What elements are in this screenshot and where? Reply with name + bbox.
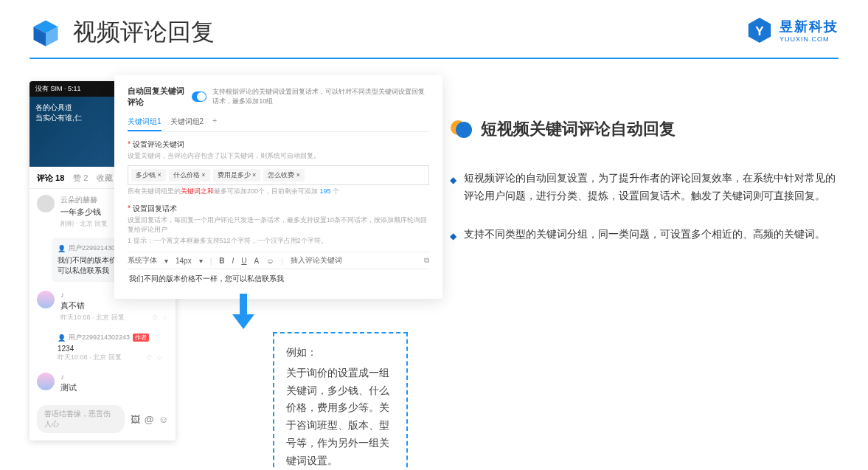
fav-tab[interactable]: 收藏: [97, 173, 113, 184]
keyword-tag[interactable]: 什么价格 ×: [169, 169, 210, 182]
bullet-text: 支持不同类型的关键词分组，同一类问题，可设置多个相近的、高频的关键词。: [464, 226, 825, 243]
comment-input[interactable]: 善语结善缘，恶言伤人心: [37, 405, 125, 433]
keyword-tag[interactable]: 费用是多少 ×: [213, 169, 261, 182]
reply-item: 👤用户2299214302243 作者 1234 昨天10:08 · 北京 回复…: [52, 331, 168, 364]
logo-name: 昱新科技: [780, 18, 839, 35]
author-badge: 作者: [133, 334, 149, 342]
avatar: [37, 195, 55, 212]
example-callout: 例如： 关于询价的设置成一组关键词，多少钱、什么价格，费用多少等。关于咨询班型、…: [273, 332, 408, 470]
avatar-icon: 👤: [58, 334, 66, 342]
reply-label: * 设置回复话术: [128, 204, 429, 214]
comments-tab[interactable]: 评论 18: [37, 173, 64, 184]
comment-text: 真不错: [60, 300, 168, 311]
svg-text:Y: Y: [755, 24, 764, 38]
svg-point-3: [456, 122, 472, 138]
avatar: [37, 373, 55, 390]
like-icon[interactable]: ♡: [146, 354, 152, 362]
editor-toolbar: 系统字体▾ 14px▾ | B I U A ☺ | 插入评论关键词 ⧉: [128, 252, 429, 269]
like-icon[interactable]: ♡: [152, 314, 158, 322]
diamond-icon: ◆: [450, 173, 456, 205]
keyword-group-tab-1[interactable]: 关键词组1: [128, 117, 162, 131]
example-body: 关于询价的设置成一组关键词，多少钱、什么价格，费用多少等。关于咨询班型、版本、型…: [286, 364, 395, 470]
dislike-icon[interactable]: ♢: [156, 354, 162, 362]
mention-icon[interactable]: @: [145, 414, 154, 425]
cube-icon: [29, 16, 62, 49]
chat-icon: [450, 118, 472, 140]
italic-button[interactable]: I: [232, 257, 235, 265]
arrow-icon: [232, 294, 254, 331]
bold-button[interactable]: B: [219, 257, 224, 265]
keywords-hint: 所有关键词组里的关键词之和最多可添加200个，目前剩余可添加 195 个: [128, 187, 429, 196]
svg-rect-1: [240, 294, 247, 316]
emoji-icon[interactable]: ☺: [159, 414, 168, 425]
insert-keyword-button[interactable]: 插入评论关键词: [291, 255, 342, 266]
keyword-tag[interactable]: 怎么收费 ×: [263, 169, 305, 182]
image-icon[interactable]: 🖼: [131, 414, 140, 425]
size-select[interactable]: 14px: [176, 257, 192, 265]
underline-button[interactable]: U: [241, 257, 246, 265]
font-select[interactable]: 系统字体: [128, 255, 157, 266]
copy-icon[interactable]: ⧉: [424, 256, 429, 265]
settings-title: 自动回复关键词评论: [128, 86, 186, 108]
reply-tip: 1 提示：一个富文本框最多支持512个字符，一个汉字占用2个字符。: [128, 236, 429, 246]
settings-panel: 自动回复关键词评论 支持根据评论的关键词设置回复话术，可以针对不同类型关键词设置…: [114, 75, 442, 299]
keywords-desc: 设置关键词，当评论内容包含了以下关键词，则系统可自动回复。: [128, 151, 429, 161]
likes-tab[interactable]: 赞 2: [73, 173, 88, 184]
settings-desc: 支持根据评论的关键词设置回复话术，可以针对不同类型关键词设置回复话术，最多添加1…: [212, 87, 429, 106]
diamond-icon: ◆: [450, 229, 456, 243]
add-group-button[interactable]: +: [212, 117, 217, 127]
keyword-tags-input[interactable]: 多少钱 × 什么价格 × 费用是多少 × 怎么收费 ×: [128, 165, 429, 185]
reply-editor[interactable]: 我们不同的版本价格不一样，您可以私信联系我: [128, 269, 429, 288]
section-title: 短视频关键词评论自动回复: [481, 118, 676, 140]
auto-reply-toggle[interactable]: [192, 91, 207, 102]
avatar-icon: 👤: [58, 245, 66, 252]
comment-user: ♪: [60, 373, 168, 381]
bullet-item: ◆ 支持不同类型的关键词分组，同一类问题，可设置多个相近的、高频的关键词。: [450, 226, 839, 243]
dislike-icon[interactable]: ♢: [162, 314, 168, 322]
reply-desc: 设置回复话术，每回复一个用户评论只发送一条话术，最多支持设置10条不同话术，按添…: [128, 215, 429, 235]
color-button[interactable]: A: [254, 257, 260, 265]
logo-domain: YUUXIN.COM: [780, 35, 839, 43]
logo-icon: Y: [746, 16, 774, 44]
comment-item: ♪ 测试: [29, 367, 176, 401]
header-divider: [29, 58, 839, 59]
keyword-tag[interactable]: 多少钱 ×: [131, 169, 166, 182]
page-title: 视频评论回复: [73, 16, 215, 49]
comment-text: 测试: [60, 382, 168, 393]
bullet-item: ◆ 短视频评论的自动回复设置，为了提升作者的评论回复效率，在系统中针对常见的评论…: [450, 170, 839, 205]
emoji-button[interactable]: ☺: [266, 257, 274, 265]
brand-logo: Y 昱新科技 YUUXIN.COM: [746, 16, 839, 44]
keyword-group-tab-2[interactable]: 关键词组2: [170, 117, 204, 127]
avatar: [37, 291, 55, 308]
bullet-text: 短视频评论的自动回复设置，为了提升作者的评论回复效率，在系统中针对常见的评论用户…: [464, 170, 839, 205]
example-title: 例如：: [286, 344, 395, 362]
reply-text: 1234: [58, 345, 162, 353]
keywords-label: * 设置评论关键词: [128, 139, 429, 150]
